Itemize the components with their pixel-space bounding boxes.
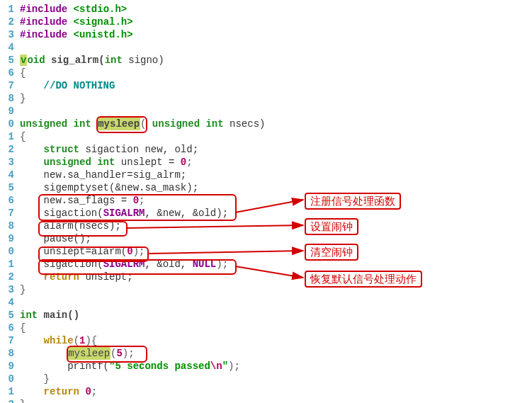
- code-line: 5void sig_alrm(int signo): [3, 54, 532, 67]
- code-line: 2#include <signal.h>: [3, 16, 532, 28]
- code-line: 8}: [3, 92, 532, 105]
- brace: }: [20, 283, 26, 296]
- keyword: unsigned int: [146, 118, 223, 130]
- code-line: 7 while(1){: [3, 334, 532, 347]
- punct: (: [140, 118, 146, 130]
- number: 0: [127, 245, 132, 258]
- line-number: 7: [3, 79, 14, 92]
- code-text: sigemptyset(&new.sa_mask);: [20, 181, 198, 194]
- indent: [20, 271, 44, 283]
- punct: );: [123, 347, 135, 360]
- indent: [20, 334, 44, 347]
- string: "5 seconds passed: [109, 360, 210, 373]
- keyword: return: [44, 271, 79, 283]
- code-line: 1 return 0;: [3, 385, 532, 398]
- code-line: 9 pause();: [3, 232, 532, 245]
- code-line: 4 new.sa_handler=sig_alrm;: [3, 169, 532, 181]
- code-line: 4: [3, 41, 532, 54]
- function-name: sig_alrm(: [45, 54, 105, 67]
- line-number: 7: [3, 207, 14, 220]
- line-number: 0: [3, 118, 14, 130]
- code-line: 4: [3, 296, 532, 309]
- code-line: 1{: [3, 130, 532, 143]
- code-text: sigaction(: [20, 207, 103, 220]
- code-line: 7 sigaction(SIGALRM, &new, &old);: [3, 207, 532, 220]
- code-line: 0 unslept=alarm(0);: [3, 245, 532, 258]
- brace: {: [20, 67, 26, 79]
- line-number: 7: [3, 334, 14, 347]
- code-text: sigaction(: [20, 258, 103, 271]
- include-path: <stdio.h>: [67, 3, 127, 16]
- line-number: 6: [3, 322, 14, 334]
- code-line: 6 new.sa_flags = 0;: [3, 194, 532, 207]
- line-number: 6: [3, 194, 14, 207]
- line-number: 1: [3, 258, 14, 271]
- keyword: unsigned int: [20, 118, 97, 130]
- line-number: 3: [3, 28, 14, 41]
- code-text: , &new, &old);: [145, 207, 228, 220]
- indent: [20, 347, 67, 360]
- constant: NULL: [193, 258, 217, 271]
- code-line: 0 }: [3, 373, 532, 385]
- line-number: 2: [3, 143, 14, 156]
- keyword: int: [105, 54, 123, 67]
- params: nsecs): [224, 118, 266, 130]
- line-number: 5: [3, 309, 14, 322]
- code-line: 7 //DO NOTHING: [3, 79, 532, 92]
- keyword: struct: [44, 143, 79, 156]
- escape: \n: [210, 360, 222, 373]
- number: 0: [85, 385, 91, 398]
- code-line: 2}: [3, 398, 532, 403]
- line-number: 9: [3, 232, 14, 245]
- code-line: 9 printf("5 seconds passed\n");: [3, 360, 532, 373]
- preprocessor: #include: [20, 28, 67, 41]
- indent: [20, 143, 44, 156]
- brace: {: [20, 130, 26, 143]
- brace: }: [20, 398, 26, 403]
- line-number: 8: [3, 347, 14, 360]
- code-line: 6{: [3, 67, 532, 79]
- punct: ;: [139, 194, 145, 207]
- highlight: v: [20, 55, 27, 66]
- code-text: sigaction new, old;: [79, 143, 198, 156]
- punct: (: [111, 347, 116, 360]
- code-line: 3 unsigned int unslept = 0;: [3, 156, 532, 169]
- line-number: 2: [3, 398, 14, 403]
- indent: [20, 156, 44, 169]
- line-number: 6: [3, 67, 14, 79]
- code-line: 3}: [3, 283, 532, 296]
- line-number: 8: [3, 220, 14, 232]
- code-line: 2 struct sigaction new, old;: [3, 143, 532, 156]
- brace: {: [20, 322, 26, 334]
- code-text: alarm(nsecs);: [20, 220, 121, 232]
- number: 5: [116, 347, 122, 360]
- line-number: 4: [3, 169, 14, 181]
- line-number: 5: [3, 181, 14, 194]
- code-text: pause();: [20, 232, 91, 245]
- line-number: 4: [3, 296, 14, 309]
- code-text: [79, 385, 85, 398]
- punct: ){: [85, 334, 97, 347]
- line-number: 1: [3, 3, 14, 16]
- code-text: unslept;: [79, 271, 133, 283]
- line-number: 1: [3, 130, 14, 143]
- line-number: 2: [3, 16, 14, 28]
- code-line: 5 sigemptyset(&new.sa_mask);: [3, 181, 532, 194]
- callout-restore: 恢复默认信号处理动作: [305, 271, 422, 288]
- code-line: 0unsigned int mysleep( unsigned int nsec…: [3, 118, 532, 130]
- code-line: 6{: [3, 322, 532, 334]
- keyword: return: [44, 385, 79, 398]
- code-line: 5int main(): [3, 309, 532, 322]
- callout-setalarm: 设置闹钟: [305, 218, 358, 235]
- punct: ;: [91, 385, 97, 398]
- code-text: new.sa_flags =: [20, 194, 133, 207]
- line-number: 3: [3, 156, 14, 169]
- indent: [20, 79, 44, 92]
- indent: [20, 385, 44, 398]
- number: 0: [181, 156, 186, 169]
- line-number: 3: [3, 283, 14, 296]
- code-text: unslept =: [115, 156, 180, 169]
- constant: SIGALRM: [103, 258, 145, 271]
- line-number: 1: [3, 385, 14, 398]
- punct: );: [216, 258, 228, 271]
